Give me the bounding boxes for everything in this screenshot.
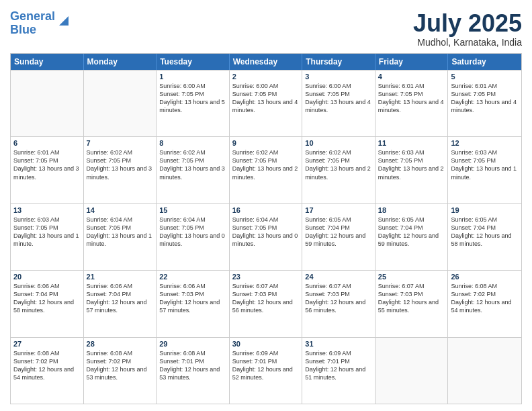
day-number: 16 xyxy=(232,206,300,214)
calendar-body: 1Sunrise: 6:00 AMSunset: 7:05 PMDaylight… xyxy=(11,70,521,404)
sunrise-text: Sunrise: 6:07 AM xyxy=(378,282,445,290)
day-number: 26 xyxy=(451,273,519,281)
sunset-text: Sunset: 7:04 PM xyxy=(451,224,519,232)
sunrise-text: Sunrise: 6:02 AM xyxy=(305,148,372,156)
day-number: 18 xyxy=(378,206,445,214)
sunset-text: Sunset: 7:05 PM xyxy=(159,224,226,232)
day-cell-12: 12Sunrise: 6:03 AMSunset: 7:05 PMDayligh… xyxy=(448,137,521,203)
sunset-text: Sunset: 7:02 PM xyxy=(87,357,154,365)
sunset-text: Sunset: 7:05 PM xyxy=(13,224,81,232)
daylight-text: Daylight: 12 hours and 51 minutes. xyxy=(305,365,372,381)
empty-cell xyxy=(11,71,84,136)
sunrise-text: Sunrise: 6:09 AM xyxy=(232,349,300,357)
daylight-text: Daylight: 13 hours and 0 minutes. xyxy=(232,232,300,248)
day-cell-19: 19Sunrise: 6:05 AMSunset: 7:04 PMDayligh… xyxy=(448,204,521,270)
sunrise-text: Sunrise: 6:02 AM xyxy=(87,148,154,156)
svg-marker-0 xyxy=(59,16,69,26)
calendar: SundayMondayTuesdayWednesdayThursdayFrid… xyxy=(10,53,522,404)
sunset-text: Sunset: 7:02 PM xyxy=(13,357,81,365)
day-cell-30: 30Sunrise: 6:09 AMSunset: 7:01 PMDayligh… xyxy=(230,338,303,404)
daylight-text: Daylight: 13 hours and 2 minutes. xyxy=(305,165,372,181)
empty-cell xyxy=(448,338,521,404)
daylight-text: Daylight: 12 hours and 55 minutes. xyxy=(378,298,445,314)
day-number: 14 xyxy=(87,206,154,214)
day-cell-9: 9Sunrise: 6:02 AMSunset: 7:05 PMDaylight… xyxy=(230,137,303,203)
day-number: 4 xyxy=(378,73,445,81)
sunset-text: Sunset: 7:05 PM xyxy=(378,156,445,165)
header-day-thursday: Thursday xyxy=(302,54,375,70)
sunrise-text: Sunrise: 6:06 AM xyxy=(159,282,226,290)
day-number: 23 xyxy=(232,273,300,281)
day-number: 15 xyxy=(159,206,226,214)
sunset-text: Sunset: 7:01 PM xyxy=(159,357,226,365)
header-day-saturday: Saturday xyxy=(448,54,521,70)
day-number: 21 xyxy=(87,273,154,281)
day-cell-16: 16Sunrise: 6:04 AMSunset: 7:05 PMDayligh… xyxy=(230,204,303,270)
sunset-text: Sunset: 7:01 PM xyxy=(232,357,300,365)
calendar-header: SundayMondayTuesdayWednesdayThursdayFrid… xyxy=(11,54,521,70)
day-cell-20: 20Sunrise: 6:06 AMSunset: 7:04 PMDayligh… xyxy=(11,271,84,336)
week-row-2: 6Sunrise: 6:01 AMSunset: 7:05 PMDaylight… xyxy=(11,136,521,203)
sunrise-text: Sunrise: 6:04 AM xyxy=(87,216,154,224)
sunrise-text: Sunrise: 6:03 AM xyxy=(378,148,445,156)
daylight-text: Daylight: 12 hours and 52 minutes. xyxy=(232,365,300,381)
daylight-text: Daylight: 12 hours and 57 minutes. xyxy=(87,298,154,314)
sunrise-text: Sunrise: 6:09 AM xyxy=(305,349,372,357)
header-day-monday: Monday xyxy=(84,54,157,70)
day-number: 8 xyxy=(159,139,226,147)
daylight-text: Daylight: 13 hours and 4 minutes. xyxy=(305,98,372,114)
day-number: 29 xyxy=(159,340,226,348)
sunset-text: Sunset: 7:05 PM xyxy=(305,156,372,165)
sunrise-text: Sunrise: 6:05 AM xyxy=(305,216,372,224)
sunrise-text: Sunrise: 6:03 AM xyxy=(451,148,519,156)
sunrise-text: Sunrise: 6:08 AM xyxy=(451,282,519,290)
sunrise-text: Sunrise: 6:08 AM xyxy=(87,349,154,357)
day-cell-28: 28Sunrise: 6:08 AMSunset: 7:02 PMDayligh… xyxy=(84,338,157,404)
sunrise-text: Sunrise: 6:07 AM xyxy=(305,282,372,290)
empty-cell xyxy=(375,338,449,404)
week-row-1: 1Sunrise: 6:00 AMSunset: 7:05 PMDaylight… xyxy=(11,70,521,136)
sunrise-text: Sunrise: 6:04 AM xyxy=(232,216,300,224)
header-day-wednesday: Wednesday xyxy=(230,54,303,70)
header-day-sunday: Sunday xyxy=(11,54,84,70)
sunset-text: Sunset: 7:05 PM xyxy=(87,224,154,232)
day-number: 17 xyxy=(305,206,372,214)
day-cell-14: 14Sunrise: 6:04 AMSunset: 7:05 PMDayligh… xyxy=(84,204,157,270)
sunset-text: Sunset: 7:05 PM xyxy=(305,90,372,98)
daylight-text: Daylight: 12 hours and 56 minutes. xyxy=(305,298,372,314)
sunrise-text: Sunrise: 6:05 AM xyxy=(378,216,445,224)
sunset-text: Sunset: 7:02 PM xyxy=(451,290,519,298)
day-cell-6: 6Sunrise: 6:01 AMSunset: 7:05 PMDaylight… xyxy=(11,137,84,203)
location: Mudhol, Karnataka, India xyxy=(413,37,522,48)
daylight-text: Daylight: 13 hours and 3 minutes. xyxy=(159,165,226,181)
day-number: 6 xyxy=(13,139,81,147)
day-cell-5: 5Sunrise: 6:01 AMSunset: 7:05 PMDaylight… xyxy=(448,71,521,136)
day-number: 5 xyxy=(451,73,519,81)
sunset-text: Sunset: 7:05 PM xyxy=(451,90,519,98)
daylight-text: Daylight: 13 hours and 2 minutes. xyxy=(232,165,300,181)
day-cell-7: 7Sunrise: 6:02 AMSunset: 7:05 PMDaylight… xyxy=(84,137,157,203)
day-number: 20 xyxy=(13,273,81,281)
sunset-text: Sunset: 7:05 PM xyxy=(13,156,81,165)
page: General Blue July 2025 Mudhol, Karnataka… xyxy=(0,0,532,411)
day-cell-1: 1Sunrise: 6:00 AMSunset: 7:05 PMDaylight… xyxy=(157,71,230,136)
day-cell-25: 25Sunrise: 6:07 AMSunset: 7:03 PMDayligh… xyxy=(375,271,449,336)
sunrise-text: Sunrise: 6:00 AM xyxy=(232,82,300,90)
sunrise-text: Sunrise: 6:01 AM xyxy=(378,82,445,90)
header: General Blue July 2025 Mudhol, Karnataka… xyxy=(10,10,522,48)
daylight-text: Daylight: 13 hours and 3 minutes. xyxy=(13,165,81,181)
sunset-text: Sunset: 7:05 PM xyxy=(159,90,226,98)
sunset-text: Sunset: 7:05 PM xyxy=(232,90,300,98)
day-cell-23: 23Sunrise: 6:07 AMSunset: 7:03 PMDayligh… xyxy=(230,271,303,336)
day-cell-15: 15Sunrise: 6:04 AMSunset: 7:05 PMDayligh… xyxy=(157,204,230,270)
day-cell-2: 2Sunrise: 6:00 AMSunset: 7:05 PMDaylight… xyxy=(230,71,303,136)
header-day-friday: Friday xyxy=(375,54,449,70)
daylight-text: Daylight: 12 hours and 56 minutes. xyxy=(232,298,300,314)
sunrise-text: Sunrise: 6:07 AM xyxy=(232,282,300,290)
day-cell-26: 26Sunrise: 6:08 AMSunset: 7:02 PMDayligh… xyxy=(448,271,521,336)
sunrise-text: Sunrise: 6:02 AM xyxy=(232,148,300,156)
day-number: 25 xyxy=(378,273,445,281)
logo: General Blue xyxy=(10,10,71,37)
day-number: 11 xyxy=(378,139,445,147)
day-number: 7 xyxy=(87,139,154,147)
